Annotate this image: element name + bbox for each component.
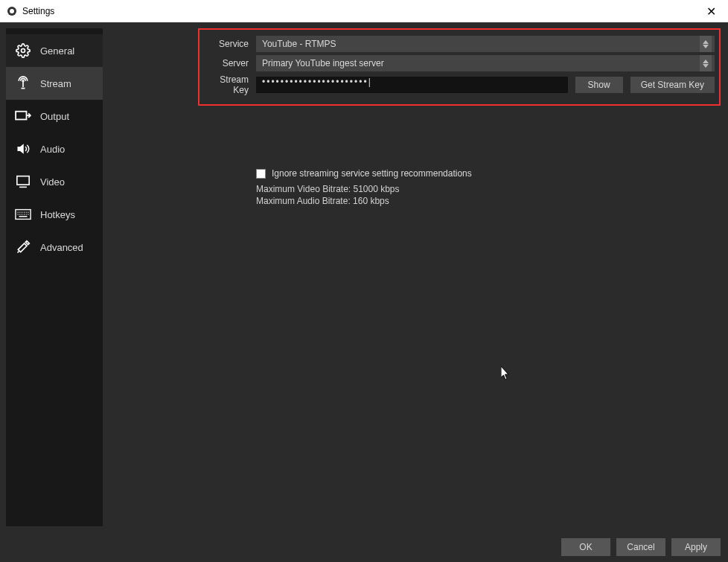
footer: OK Cancel Apply (0, 532, 728, 562)
svg-point-3 (22, 80, 24, 82)
ignore-label: Ignore streaming service setting recomme… (272, 168, 472, 179)
keyboard-icon (13, 207, 33, 222)
svg-point-2 (22, 49, 25, 53)
recommendations-block: Ignore streaming service setting recomme… (256, 168, 721, 207)
titlebar: Settings ✕ (0, 0, 728, 22)
sidebar-item-video[interactable]: Video (6, 165, 103, 198)
checkbox-icon[interactable] (256, 169, 266, 179)
svg-point-1 (10, 9, 14, 13)
server-dropdown[interactable]: Primary YouTube ingest server (256, 55, 715, 71)
gear-icon (13, 43, 33, 58)
streamkey-row: Stream Key •••••••••••••••••••••••| Show… (204, 74, 715, 95)
sidebar-item-stream[interactable]: Stream (6, 67, 103, 100)
sidebar-item-label: Stream (40, 78, 71, 89)
service-dropdown[interactable]: YouTube - RTMPS (256, 36, 715, 52)
sidebar-item-label: General (40, 45, 74, 57)
ignore-checkbox-row[interactable]: Ignore streaming service setting recomme… (256, 168, 721, 179)
service-value: YouTube - RTMPS (262, 39, 336, 49)
sidebar-item-hotkeys[interactable]: Hotkeys (6, 198, 103, 231)
server-value: Primary YouTube ingest server (262, 58, 384, 68)
apply-button[interactable]: Apply (671, 538, 721, 556)
streamkey-label: Stream Key (204, 74, 249, 95)
window-title: Settings (22, 6, 54, 16)
tools-icon (13, 240, 33, 255)
get-stream-key-button[interactable]: Get Stream Key (630, 77, 715, 93)
streamkey-value: •••••••••••••••••••••••| (262, 77, 372, 87)
sidebar-item-label: Output (40, 111, 69, 122)
cursor-icon (501, 366, 511, 381)
service-label: Service (204, 39, 249, 49)
max-audio-bitrate: Maximum Audio Bitrate: 160 kbps (256, 195, 721, 207)
show-button[interactable]: Show (575, 77, 623, 93)
ok-button[interactable]: OK (561, 538, 610, 556)
monitor-icon (13, 174, 33, 189)
sidebar-item-label: Advanced (40, 242, 83, 253)
sidebar-item-advanced[interactable]: Advanced (6, 231, 103, 264)
server-label: Server (204, 58, 249, 68)
sidebar: General Stream Output Audio Video (6, 28, 103, 526)
sidebar-item-general[interactable]: General (6, 34, 103, 67)
cancel-button[interactable]: Cancel (616, 538, 665, 556)
content-pane: Service YouTube - RTMPS Server Primary Y… (103, 22, 728, 532)
max-video-bitrate: Maximum Video Bitrate: 51000 kbps (256, 183, 721, 195)
server-row: Server Primary YouTube ingest server (204, 55, 715, 71)
output-icon (13, 109, 33, 124)
chevron-updown-icon (700, 36, 712, 52)
chevron-updown-icon (700, 55, 712, 71)
sidebar-item-audio[interactable]: Audio (6, 132, 103, 165)
service-row: Service YouTube - RTMPS (204, 36, 715, 52)
sidebar-item-output[interactable]: Output (6, 100, 103, 132)
sidebar-item-label: Audio (40, 144, 65, 155)
svg-rect-4 (16, 112, 26, 120)
speaker-icon (13, 141, 33, 156)
streamkey-input[interactable]: •••••••••••••••••••••••| (256, 77, 568, 93)
window-body: General Stream Output Audio Video (0, 22, 728, 532)
sidebar-item-label: Video (40, 176, 65, 188)
svg-rect-5 (17, 176, 29, 185)
highlight-box: Service YouTube - RTMPS Server Primary Y… (198, 28, 721, 106)
app-icon (6, 5, 18, 17)
sidebar-item-label: Hotkeys (40, 209, 75, 220)
close-icon[interactable]: ✕ (700, 4, 722, 19)
antenna-icon (13, 76, 33, 91)
